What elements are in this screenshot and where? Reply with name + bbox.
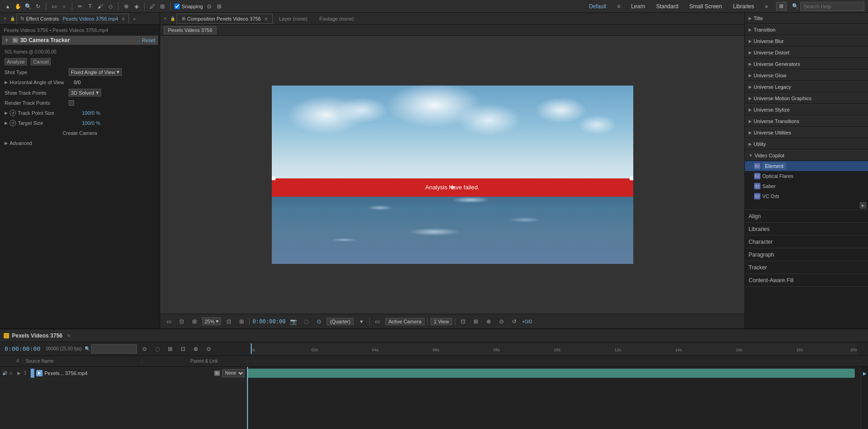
rp-universe-transitions-header[interactable]: ▶ Universe Transitions	[745, 116, 868, 127]
target-size-value[interactable]: 100/0 %	[82, 120, 100, 126]
active-camera-dropdown[interactable]: Active Camera	[385, 318, 425, 325]
rp-paragraph-item[interactable]: Paragraph	[745, 248, 868, 261]
shot-type-dropdown[interactable]: Fixed Angle of View ▾	[69, 68, 122, 76]
shape-tool-icon[interactable]: ○	[60, 2, 68, 11]
preview-tab-label[interactable]: Pexels Videos 3756	[164, 26, 216, 34]
tl-end-arrow[interactable]: ▶	[861, 367, 868, 380]
tl-mask-btn[interactable]: ⊡	[178, 344, 188, 354]
tl-solo-icon[interactable]: ⊙	[8, 370, 14, 376]
tl-time-display[interactable]: 0:00:00:00	[2, 344, 43, 353]
tl-graph-editor-btn[interactable]: ⊞	[165, 344, 175, 354]
rotate-tool-icon[interactable]: ↻	[34, 2, 42, 11]
color-btn[interactable]: ⊙	[314, 316, 324, 327]
timeline-menu-btn[interactable]: ≡	[65, 332, 73, 339]
tl-search-input[interactable]	[91, 344, 137, 354]
nav-libraries[interactable]: Libraries	[730, 2, 757, 11]
nav-standard[interactable]: Standard	[653, 2, 681, 11]
horiz-angle-expand[interactable]: ▶	[5, 80, 8, 85]
search-input[interactable]	[800, 2, 864, 11]
cancel-button[interactable]: Cancel	[31, 58, 51, 65]
toggle-btn-1[interactable]: ⊡	[458, 316, 468, 327]
tl-motion-blur-btn[interactable]: ◌	[152, 344, 162, 354]
target-size-cycle-icon[interactable]: ↺	[10, 120, 16, 126]
rp-universe-legacy-header[interactable]: ▶ Universe Legacy	[745, 81, 868, 92]
rp-universe-generators-header[interactable]: ▶ Universe Generators	[745, 59, 868, 70]
rp-universe-blur-header[interactable]: ▶ Universe Blur	[745, 36, 868, 47]
text-tool-icon[interactable]: T	[86, 2, 94, 11]
reset-button[interactable]: Reset	[142, 38, 155, 43]
safe-zones-btn[interactable]: ⊞	[237, 316, 247, 327]
rp-video-copilot-header[interactable]: ▼ Video Copilot	[745, 150, 868, 161]
corner-handle-tl[interactable]	[272, 177, 275, 180]
rp-vc-orb-item[interactable]: 82 VC Orb	[745, 191, 868, 201]
rp-align-item[interactable]: Align	[745, 210, 868, 223]
view-count-dropdown[interactable]: 1 View	[431, 318, 452, 325]
rp-libraries-item[interactable]: Libraries	[745, 223, 868, 236]
snapping-checkbox[interactable]	[174, 4, 180, 9]
nav-default[interactable]: Default	[586, 2, 609, 11]
clone-tool-icon[interactable]: ◇	[106, 2, 114, 11]
advanced-expand[interactable]: ▶	[5, 141, 8, 145]
pen-tool-icon[interactable]: ✏	[76, 2, 84, 11]
tl-layer-name[interactable]: Pexels... 3756.mp4	[44, 370, 212, 376]
panel-expand-btn[interactable]: »	[131, 15, 138, 22]
tl-layer-color[interactable]	[31, 369, 34, 378]
tl-audio-icon[interactable]: 🔊	[2, 370, 7, 376]
effect-controls-lock-btn[interactable]: 🔒	[9, 16, 16, 22]
track-point-cycle-icon[interactable]: ↺	[10, 110, 16, 116]
nav-learn[interactable]: Learn	[628, 2, 648, 11]
effect-controls-tab-close[interactable]: ≡	[122, 16, 124, 21]
rp-universe-utilities-header[interactable]: ▶ Universe Utilities	[745, 127, 868, 138]
hand-tool-icon[interactable]: ✋	[14, 2, 22, 11]
preview-grid-btn[interactable]: ⊞	[189, 316, 199, 327]
tl-expand-arrow[interactable]: ▶	[17, 371, 21, 375]
create-camera-btn[interactable]: Create Camera	[63, 130, 97, 136]
rp-expand-btn[interactable]: ▶	[860, 202, 866, 209]
workspace-switcher[interactable]: ⊞	[776, 2, 787, 11]
zoom-control[interactable]: 25% ▾	[202, 317, 221, 325]
comp-panel-lock[interactable]: 🔒	[169, 16, 176, 22]
selection-tool-icon[interactable]: ▲	[4, 2, 12, 11]
tl-clip-bar[interactable]	[247, 369, 855, 378]
nav-menu-icon[interactable]: ≡	[615, 2, 623, 11]
puppet-tool-icon[interactable]: ◈	[132, 2, 140, 11]
toggle-btn-5[interactable]: ↺	[509, 316, 519, 327]
render-mode-btn[interactable]: ▭	[372, 316, 383, 327]
rect-mask-tool-icon[interactable]: ▭	[50, 2, 58, 11]
tl-circle-btn[interactable]: ⊕	[191, 344, 201, 354]
rp-character-item[interactable]: Character	[745, 236, 868, 248]
target-size-expand[interactable]: ▶	[5, 121, 8, 125]
rp-universe-stylize-header[interactable]: ▶ Universe Stylize	[745, 104, 868, 115]
rp-optical-flares-item[interactable]: 82 Optical Flares	[745, 171, 868, 181]
tl-settings-btn[interactable]: ⊙	[204, 344, 214, 354]
toggle-btn-4[interactable]: ⊙	[496, 316, 507, 327]
effect-collapse-arrow[interactable]: ▼	[5, 38, 9, 43]
rp-universe-glow-header[interactable]: ▶ Universe Glow	[745, 70, 868, 81]
track-point-expand[interactable]: ▶	[5, 111, 8, 115]
effect-controls-tab[interactable]: fx Effect Controls Pexels Videos 3756.mp…	[16, 14, 129, 24]
effect-controls-close-btn[interactable]: ×	[2, 16, 8, 22]
mocha-tool-icon[interactable]: ⊞	[158, 2, 167, 11]
corner-handle-tr[interactable]	[630, 177, 633, 180]
tl-playhead[interactable]	[251, 343, 252, 354]
nav-small-screen[interactable]: Small Screen	[687, 2, 725, 11]
rp-universe-distort-header[interactable]: ▶ Universe Distort	[745, 47, 868, 58]
anchor-tool-icon[interactable]: ⊕	[122, 2, 130, 11]
paint-tool-icon[interactable]: 🖌	[96, 2, 104, 11]
rp-title-header[interactable]: ▶ Title	[745, 13, 868, 24]
rp-universe-motion-header[interactable]: ▶ Universe Motion Graphics	[745, 93, 868, 104]
composition-tab[interactable]: ⊞ Composition Pexels Videos 3756 ≡	[177, 14, 273, 24]
rp-content-aware-fill-item[interactable]: Content-Aware Fill	[745, 274, 868, 287]
preview-screenshot-btn[interactable]: ⊡	[177, 316, 187, 327]
preview-render-btn[interactable]: ▭	[164, 316, 174, 327]
rp-element-item[interactable]: 82 Element	[745, 161, 868, 171]
analyze-button[interactable]: Analyze	[5, 58, 27, 65]
comp-tab-menu[interactable]: ≡	[264, 16, 267, 21]
roto-tool-icon[interactable]: 🖊	[148, 2, 156, 11]
show-track-dropdown[interactable]: 3D Solved ▾	[69, 89, 101, 97]
quality-arrow-btn[interactable]: ▾	[356, 316, 367, 327]
preview-canvas-wrapper[interactable]: Analysis have failed. ✦	[160, 36, 744, 314]
more-nav-icon[interactable]: »	[762, 2, 771, 11]
quality-dropdown[interactable]: (Quarter)	[327, 318, 354, 325]
rp-tracker-item[interactable]: Tracker	[745, 261, 868, 274]
